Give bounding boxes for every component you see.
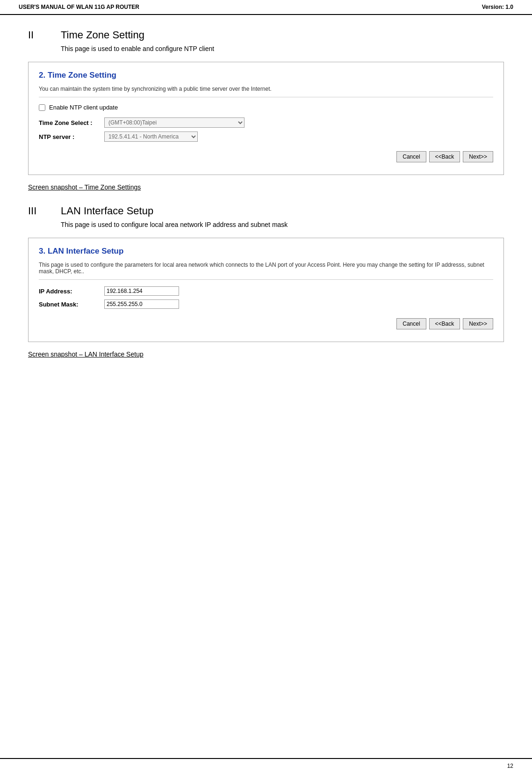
section3-title: LAN Interface Setup — [61, 205, 153, 217]
lan-next-button[interactable]: Next>> — [463, 318, 493, 329]
lan-interface-box: 3. LAN Interface Setup This page is used… — [28, 238, 504, 342]
lan-box-desc: This page is used to configure the param… — [39, 262, 493, 280]
ntp-server-label: NTP server : — [39, 133, 104, 140]
section2-desc: This page is used to enable and configur… — [61, 45, 504, 52]
main-content: II Time Zone Setting This page is used t… — [0, 15, 532, 399]
page-header: USER'S MANUAL OF WLAN 11G AP ROUTER Vers… — [0, 0, 532, 15]
enable-ntp-row: Enable NTP client update — [39, 104, 493, 111]
timezone-select[interactable]: (GMT+08:00)Taipei — [104, 117, 244, 128]
lan-box-title: 3. LAN Interface Setup — [39, 247, 493, 256]
lan-button-row: Cancel <<Back Next>> — [39, 318, 493, 331]
ip-address-row: IP Address: — [39, 286, 493, 296]
section2-number: II — [28, 29, 47, 41]
subnet-mask-label: Subnet Mask: — [39, 301, 104, 308]
section2-heading: II Time Zone Setting — [28, 29, 504, 41]
page-number: 12 — [507, 763, 513, 769]
time-zone-cancel-button[interactable]: Cancel — [396, 151, 426, 162]
time-zone-box-desc: You can maintain the system time by sync… — [39, 86, 493, 97]
section3-desc: This page is used to configure local are… — [61, 221, 504, 228]
ntp-server-row: NTP server : 192.5.41.41 - North America — [39, 131, 493, 142]
ntp-server-select[interactable]: 192.5.41.41 - North America — [104, 131, 198, 142]
section3-heading: III LAN Interface Setup — [28, 205, 504, 217]
time-zone-box: 2. Time Zone Setting You can maintain th… — [28, 62, 504, 175]
version-label: Version: 1.0 — [482, 4, 513, 10]
subnet-mask-input[interactable] — [104, 299, 179, 309]
timezone-select-label: Time Zone Select : — [39, 119, 104, 126]
time-zone-caption: Screen snapshot – Time Zone Settings — [28, 183, 504, 191]
enable-ntp-checkbox[interactable] — [39, 104, 45, 111]
time-zone-button-row: Cancel <<Back Next>> — [39, 151, 493, 164]
section2-title: Time Zone Setting — [61, 29, 144, 41]
lan-caption: Screen snapshot – LAN Interface Setup — [28, 350, 504, 358]
timezone-select-row: Time Zone Select : (GMT+08:00)Taipei — [39, 117, 493, 128]
manual-title: USER'S MANUAL OF WLAN 11G AP ROUTER — [19, 4, 139, 10]
lan-cancel-button[interactable]: Cancel — [396, 318, 426, 329]
section3-number: III — [28, 205, 47, 217]
ip-address-label: IP Address: — [39, 288, 104, 295]
enable-ntp-label: Enable NTP client update — [49, 104, 118, 111]
subnet-mask-row: Subnet Mask: — [39, 299, 493, 309]
ip-address-input[interactable] — [104, 286, 179, 296]
time-zone-next-button[interactable]: Next>> — [463, 151, 493, 162]
time-zone-box-title: 2. Time Zone Setting — [39, 71, 493, 80]
time-zone-back-button[interactable]: <<Back — [429, 151, 460, 162]
page-footer: 12 — [0, 758, 532, 773]
lan-back-button[interactable]: <<Back — [429, 318, 460, 329]
